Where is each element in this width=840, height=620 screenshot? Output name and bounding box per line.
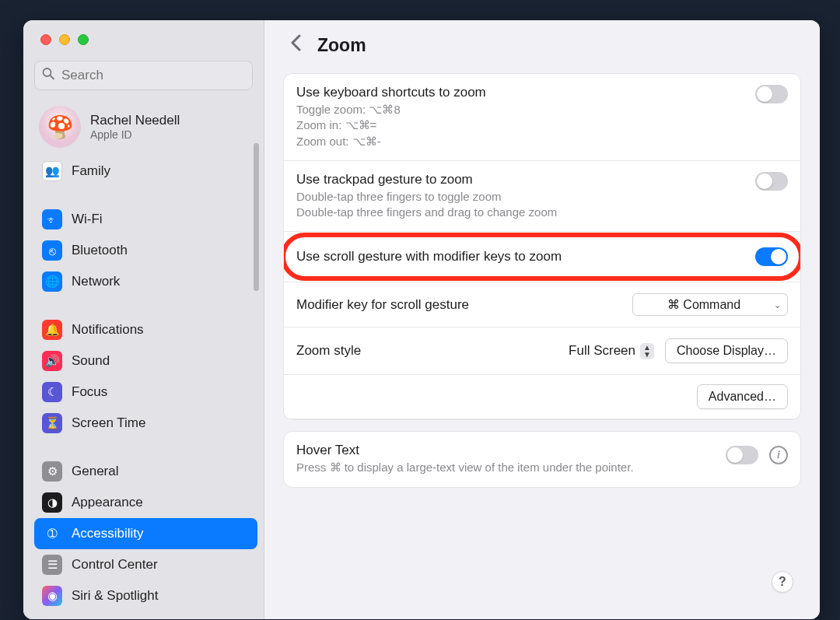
sidebar-item-label: Sound	[72, 353, 110, 369]
sidebar-item-label: Family	[72, 163, 110, 179]
keyboard-zoom-toggle[interactable]	[755, 85, 788, 103]
account-name: Rachel Needell	[90, 113, 180, 128]
row-scroll-zoom: Use scroll gesture with modifier keys to…	[284, 232, 800, 282]
hover-text-toggle[interactable]	[726, 446, 758, 464]
row-trackpad-zoom: Use trackpad gesture to zoom Double-tap …	[284, 161, 800, 233]
minimize-button[interactable]	[59, 34, 70, 45]
sidebar-item-label: Screen Time	[72, 415, 145, 431]
hover-text-panel: Hover Text Press ⌘ to display a large-te…	[283, 431, 801, 487]
sidebar-item-label: Appearance	[72, 495, 143, 510]
focus-icon: ☾	[42, 382, 62, 402]
advanced-button[interactable]: Advanced…	[697, 384, 788, 409]
bluetooth-icon: ⎋	[42, 240, 62, 261]
sidebar-item-screen-time[interactable]: ⏳Screen Time	[34, 408, 257, 439]
trackpad-zoom-toggle[interactable]	[755, 172, 788, 191]
row-title: Use scroll gesture with modifier keys to…	[296, 249, 788, 264]
content-header: Zoom	[264, 20, 820, 61]
sidebar-item-label: Focus	[72, 384, 107, 400]
family-icon: 👥	[42, 161, 62, 181]
row-title: Use keyboard shortcuts to zoom	[296, 85, 788, 100]
sidebar-item-focus[interactable]: ☾Focus	[34, 377, 257, 408]
general-icon: ⚙	[42, 461, 62, 482]
appearance-icon: ◑	[42, 492, 62, 513]
sidebar: 🍄 Rachel Needell Apple ID 👥FamilyᯤWi-Fi⎋…	[23, 20, 264, 619]
shortcut-line: Double-tap three fingers and drag to cha…	[296, 205, 788, 220]
row-modifier-key: Modifier key for scroll gesture ⌘ Comman…	[284, 282, 800, 328]
sidebar-item-accessibility[interactable]: ➀Accessibility	[34, 518, 257, 549]
account-row[interactable]: 🍄 Rachel Needell Apple ID	[34, 100, 257, 156]
stepper-icon: ▲▼	[640, 343, 654, 359]
wi-fi-icon: ᯤ	[42, 209, 62, 229]
modifier-key-select[interactable]: ⌘ Command ⌄	[632, 293, 788, 316]
sidebar-item-notifications[interactable]: 🔔Notifications	[34, 314, 257, 345]
scrollbar-thumb[interactable]	[254, 143, 259, 291]
zoom-style-select[interactable]: Full Screen ▲▼	[569, 343, 654, 359]
sidebar-item-siri-spotlight[interactable]: ◉Siri & Spotlight	[34, 580, 257, 611]
select-value: ⌘ Command	[667, 298, 740, 311]
row-sub: Press ⌘ to display a large-text view of …	[296, 460, 788, 475]
help-button[interactable]: ?	[772, 571, 793, 593]
notifications-icon: 🔔	[42, 320, 62, 340]
svg-line-1	[51, 75, 54, 79]
sidebar-item-sound[interactable]: 🔊Sound	[34, 345, 257, 377]
select-value: Full Screen	[569, 343, 635, 359]
sidebar-item-network[interactable]: 🌐Network	[34, 266, 257, 297]
row-title: Zoom style	[296, 343, 361, 359]
settings-window: 🍄 Rachel Needell Apple ID 👥FamilyᯤWi-Fi⎋…	[23, 20, 820, 619]
content-pane: Zoom Use keyboard shortcuts to zoom Togg…	[264, 20, 820, 619]
search-icon	[42, 68, 54, 84]
control-center-icon: ☰	[42, 555, 62, 575]
sidebar-item-general[interactable]: ⚙General	[34, 456, 257, 487]
choose-display-button[interactable]: Choose Display…	[665, 338, 788, 363]
window-controls	[23, 20, 264, 56]
shortcut-line: Double-tap three fingers to toggle zoom	[296, 189, 788, 205]
search-input[interactable]	[34, 61, 253, 90]
sidebar-item-label: Network	[72, 274, 120, 289]
row-hover-text: Hover Text Press ⌘ to display a large-te…	[284, 432, 800, 486]
back-button[interactable]	[286, 34, 305, 56]
accessibility-icon: ➀	[42, 524, 62, 544]
sidebar-item-family[interactable]: 👥Family	[34, 156, 257, 187]
chevron-down-icon: ⌄	[774, 299, 781, 310]
sidebar-item-control-center[interactable]: ☰Control Center	[34, 549, 257, 580]
sidebar-item-label: Control Center	[72, 557, 158, 573]
sidebar-item-bluetooth[interactable]: ⎋Bluetooth	[34, 235, 257, 266]
row-title: Hover Text	[296, 443, 788, 458]
account-sub: Apple ID	[90, 128, 180, 141]
sidebar-item-label: Accessibility	[72, 526, 144, 541]
screen-time-icon: ⏳	[42, 413, 62, 433]
info-icon[interactable]: i	[769, 446, 788, 464]
network-icon: 🌐	[42, 271, 62, 292]
sidebar-item-label: Wi-Fi	[72, 212, 103, 227]
row-title: Use trackpad gesture to zoom	[296, 172, 788, 187]
search-field[interactable]	[34, 61, 253, 90]
shortcut-line: Zoom in: ⌥⌘=	[296, 117, 788, 133]
sidebar-item-label: Bluetooth	[72, 243, 128, 258]
row-sub: Double-tap three fingers to toggle zoom …	[296, 189, 788, 221]
avatar: 🍄	[39, 106, 81, 148]
close-button[interactable]	[40, 34, 51, 45]
sidebar-item-wi-fi[interactable]: ᯤWi-Fi	[34, 204, 257, 235]
row-advanced: Advanced…	[284, 375, 800, 419]
zoom-panel: Use keyboard shortcuts to zoom Toggle zo…	[283, 73, 801, 420]
shortcut-line: Zoom out: ⌥⌘-	[296, 134, 788, 149]
row-sub: Toggle zoom: ⌥⌘8 Zoom in: ⌥⌘= Zoom out: …	[296, 102, 788, 149]
fullscreen-button[interactable]	[78, 34, 89, 45]
sound-icon: 🔊	[42, 351, 62, 371]
sidebar-item-appearance[interactable]: ◑Appearance	[34, 487, 257, 518]
siri-spotlight-icon: ◉	[42, 586, 62, 606]
scroll-zoom-toggle[interactable]	[755, 247, 788, 266]
sidebar-nav: 🍄 Rachel Needell Apple ID 👥FamilyᯤWi-Fi⎋…	[23, 100, 264, 619]
sidebar-scrollbar[interactable]	[254, 129, 261, 596]
sidebar-item-label: Siri & Spotlight	[72, 588, 159, 604]
page-title: Zoom	[317, 35, 366, 56]
row-keyboard-zoom: Use keyboard shortcuts to zoom Toggle zo…	[284, 74, 800, 161]
row-zoom-style: Zoom style Full Screen ▲▼ Choose Display…	[284, 328, 800, 375]
row-title: Modifier key for scroll gesture	[296, 297, 469, 313]
sidebar-item-label: General	[72, 464, 118, 479]
sidebar-item-label: Notifications	[72, 322, 144, 338]
shortcut-line: Toggle zoom: ⌥⌘8	[296, 102, 788, 117]
